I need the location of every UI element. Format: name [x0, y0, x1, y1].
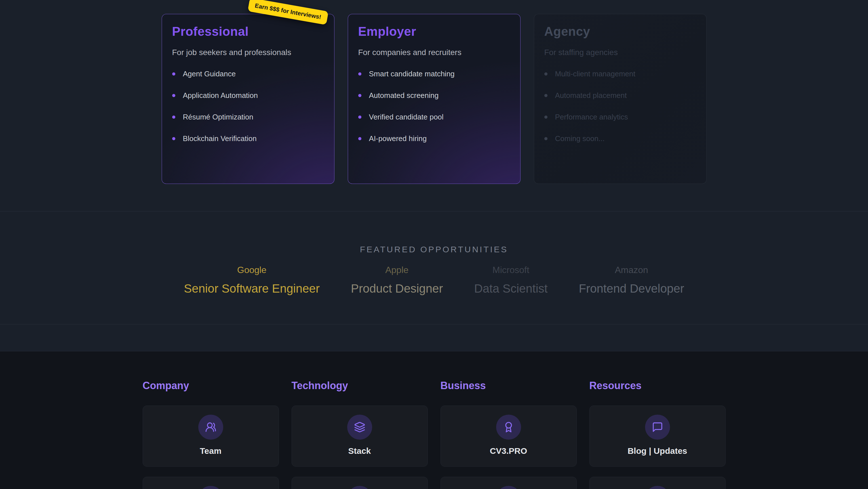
- icon-circle: [496, 486, 521, 489]
- plan-feature: Coming soon...: [544, 134, 696, 143]
- bullet-dot-icon: [544, 94, 548, 97]
- footer-column-business: Business CV3.PRO: [440, 380, 577, 489]
- plan-feature-list: Agent Guidance Application Automation Ré…: [172, 69, 324, 143]
- plan-title: Employer: [358, 24, 510, 38]
- job-company: Apple: [351, 265, 443, 275]
- job-item-apple[interactable]: Apple Product Designer: [351, 265, 443, 295]
- footer: Company Team Technology Stack: [0, 351, 868, 489]
- award-icon: [496, 415, 521, 440]
- plan-feature: Verified candidate pool: [358, 113, 510, 121]
- plans-section: Earn $$$ for Interviews! Professional Fo…: [0, 0, 868, 211]
- plan-feature: AI-powered hiring: [358, 134, 510, 143]
- footer-column-company: Company Team: [143, 380, 279, 489]
- footer-card-label: Blog | Updates: [627, 446, 687, 456]
- bullet-dot-icon: [544, 137, 548, 140]
- plan-feature: Multi-client management: [544, 69, 696, 78]
- footer-card-team[interactable]: Team: [143, 406, 279, 467]
- plan-feature: Application Automation: [172, 91, 324, 100]
- plan-feature-list: Smart candidate matching Automated scree…: [358, 69, 510, 143]
- bullet-dot-icon: [172, 137, 175, 140]
- plan-feature: Smart candidate matching: [358, 69, 510, 78]
- footer-card-stack[interactable]: Stack: [291, 406, 428, 467]
- landing-page: Earn $$$ for Interviews! Professional Fo…: [0, 0, 868, 489]
- plan-feature-label: Multi-client management: [555, 69, 636, 78]
- job-company: Amazon: [579, 265, 684, 275]
- plan-card-professional[interactable]: Earn $$$ for Interviews! Professional Fo…: [162, 14, 335, 184]
- footer-heading: Company: [143, 380, 279, 392]
- footer-card-label: Team: [200, 446, 221, 456]
- bullet-dot-icon: [358, 94, 361, 97]
- bullet-dot-icon: [172, 94, 175, 97]
- bullet-dot-icon: [172, 116, 175, 119]
- plan-feature-list: Multi-client management Automated placem…: [544, 69, 696, 143]
- footer-card-partial[interactable]: [143, 477, 279, 489]
- plan-feature-label: Smart candidate matching: [369, 69, 455, 78]
- layers-icon: [347, 415, 372, 440]
- plan-feature: Automated screening: [358, 91, 510, 100]
- icon-circle: [198, 486, 223, 489]
- plans-row: Earn $$$ for Interviews! Professional Fo…: [0, 0, 868, 184]
- job-title: Data Scientist: [474, 282, 548, 295]
- footer-heading: Resources: [589, 380, 725, 392]
- footer-heading: Technology: [291, 380, 428, 392]
- bullet-dot-icon: [172, 73, 175, 76]
- job-title: Senior Software Engineer: [184, 282, 320, 295]
- featured-jobs-row: Google Senior Software Engineer Apple Pr…: [0, 265, 868, 295]
- bullet-dot-icon: [544, 116, 548, 119]
- footer-card-label: CV3.PRO: [490, 446, 527, 456]
- job-item-google[interactable]: Google Senior Software Engineer: [184, 265, 320, 295]
- plan-title: Professional: [172, 24, 324, 38]
- footer-card-cv3pro[interactable]: CV3.PRO: [440, 406, 577, 467]
- featured-heading: FEATURED OPPORTUNITIES: [0, 244, 868, 254]
- plan-feature-label: Résumé Optimization: [183, 113, 254, 121]
- footer-columns: Company Team Technology Stack: [143, 380, 725, 489]
- plan-feature-label: Automated screening: [369, 91, 439, 100]
- footer-heading: Business: [440, 380, 577, 392]
- icon-circle: [347, 486, 372, 489]
- job-company: Microsoft: [474, 265, 548, 275]
- icon-circle: [645, 486, 670, 489]
- plan-card-agency: Agency For staffing agencies Multi-clien…: [534, 14, 707, 184]
- footer-card-partial[interactable]: [589, 477, 725, 489]
- plan-feature-label: AI-powered hiring: [369, 134, 427, 143]
- job-title: Product Designer: [351, 282, 443, 295]
- footer-card-blog[interactable]: Blog | Updates: [589, 406, 725, 467]
- plan-subtitle: For job seekers and professionals: [172, 48, 324, 57]
- plan-feature-label: Coming soon...: [555, 134, 605, 143]
- job-title: Frontend Developer: [579, 282, 684, 295]
- bullet-dot-icon: [544, 73, 548, 76]
- plan-feature-label: Blockchain Verification: [183, 134, 257, 143]
- job-item-microsoft[interactable]: Microsoft Data Scientist: [474, 265, 548, 295]
- plan-feature: Agent Guidance: [172, 69, 324, 78]
- footer-card-label: Stack: [348, 446, 371, 456]
- plan-title: Agency: [544, 24, 696, 38]
- users-icon: [198, 415, 223, 440]
- footer-column-resources: Resources Blog | Updates: [589, 380, 725, 489]
- plan-feature-label: Performance analytics: [555, 113, 628, 121]
- footer-card-partial[interactable]: [291, 477, 428, 489]
- spacer-section: [0, 324, 868, 351]
- plan-subtitle: For staffing agencies: [544, 48, 696, 57]
- footer-column-technology: Technology Stack: [291, 380, 428, 489]
- plan-subtitle: For companies and recruiters: [358, 48, 510, 57]
- bullet-dot-icon: [358, 73, 361, 76]
- plan-feature-label: Automated placement: [555, 91, 627, 100]
- plan-feature-label: Verified candidate pool: [369, 113, 444, 121]
- plan-feature: Blockchain Verification: [172, 134, 324, 143]
- job-company: Google: [184, 265, 320, 275]
- bullet-dot-icon: [358, 116, 361, 119]
- featured-section: FEATURED OPPORTUNITIES Google Senior Sof…: [0, 211, 868, 324]
- promo-badge: Earn $$$ for Interviews!: [248, 0, 329, 25]
- plan-feature-label: Agent Guidance: [183, 69, 236, 78]
- job-item-amazon[interactable]: Amazon Frontend Developer: [579, 265, 684, 295]
- bullet-dot-icon: [358, 137, 361, 140]
- footer-card-partial[interactable]: [440, 477, 577, 489]
- plan-feature: Résumé Optimization: [172, 113, 324, 121]
- chat-bubble-icon: [645, 415, 670, 440]
- plan-card-employer[interactable]: Employer For companies and recruiters Sm…: [348, 14, 521, 184]
- plan-feature-label: Application Automation: [183, 91, 258, 100]
- plan-feature: Automated placement: [544, 91, 696, 100]
- plan-feature: Performance analytics: [544, 113, 696, 121]
